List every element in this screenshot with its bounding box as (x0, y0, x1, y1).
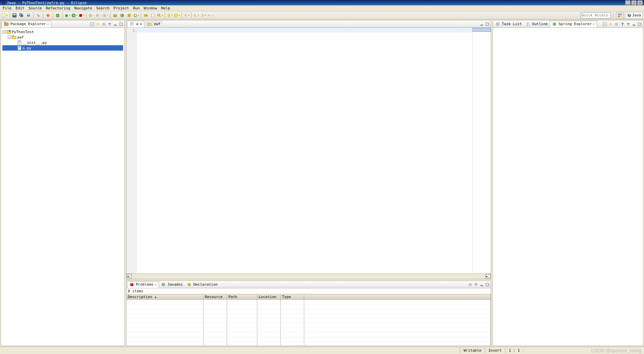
collapse-all-button[interactable] (602, 21, 607, 27)
back-button[interactable]: ▾ (193, 12, 200, 19)
col-path[interactable]: Path (227, 294, 257, 299)
menu-navigate[interactable]: Navigate (72, 5, 94, 11)
minimize-view-button[interactable] (631, 21, 637, 27)
table-row[interactable] (126, 328, 491, 333)
profile-button[interactable]: ▾ (95, 12, 102, 19)
outline-tab[interactable]: Outline (524, 21, 550, 27)
menu-search[interactable]: Search (94, 5, 112, 11)
table-row[interactable] (126, 314, 491, 318)
save-all-button[interactable] (18, 12, 25, 19)
spring-explorer-tab[interactable]: Spring Explorer ✕ (550, 21, 597, 27)
minimize-view-button[interactable] (479, 282, 484, 287)
task-list-tab[interactable]: Task List (493, 21, 524, 27)
table-row[interactable] (126, 342, 491, 346)
close-icon[interactable]: ✕ (593, 22, 595, 26)
menu-edit[interactable]: Edit (14, 5, 27, 11)
close-button[interactable]: ✕ (637, 0, 643, 5)
link-editor-button[interactable] (608, 21, 613, 27)
scroll-right-button[interactable]: ▸ (485, 274, 491, 279)
build-button[interactable] (45, 12, 51, 19)
last-edit-button[interactable]: ▾ (207, 12, 214, 19)
package-explorer-tab[interactable]: Package Explorer ✕ (2, 21, 51, 27)
close-icon[interactable]: ✕ (47, 22, 49, 26)
coverage-button[interactable]: ▾ (88, 12, 95, 19)
problems-tab[interactable]: ! Problems ✕ (127, 281, 159, 288)
forward-button[interactable]: ▾ (200, 12, 207, 19)
expand-toggle[interactable]: − (2, 30, 6, 34)
javadoc-tab[interactable]: @ Javadoc (159, 282, 185, 288)
table-row[interactable] (126, 318, 491, 323)
table-row[interactable] (126, 300, 491, 304)
editor-body[interactable]: 1 (126, 28, 491, 274)
open-task-button[interactable] (150, 12, 156, 19)
launch-button[interactable]: ▾ (102, 12, 109, 19)
menu-run[interactable]: Run (131, 5, 142, 11)
collapse-all-button[interactable] (90, 21, 95, 27)
overview-ruler[interactable] (472, 28, 491, 274)
toggle-mark-button[interactable]: ▾ (166, 12, 173, 19)
minimize-button[interactable]: _ (625, 0, 631, 5)
scroll-left-button[interactable]: ◂ (126, 274, 132, 279)
focus-button[interactable] (614, 21, 619, 27)
maximize-editor-button[interactable] (485, 21, 490, 27)
menu-refactoring[interactable]: Refactoring (44, 5, 72, 11)
pydev-button[interactable] (35, 12, 42, 19)
col-resource[interactable]: Resource (204, 294, 227, 299)
annotation-button[interactable]: ▾ (173, 12, 180, 19)
spring-explorer-content[interactable] (493, 28, 643, 346)
table-row[interactable] (126, 337, 491, 342)
refresh-button[interactable]: ▾ (133, 12, 140, 19)
new-button[interactable]: ▾ (1, 12, 8, 19)
print-button[interactable] (25, 12, 32, 19)
tree-file-a[interactable]: P a.py (2, 45, 123, 51)
tree-file-init[interactable]: P __init__.py (2, 40, 123, 45)
table-row[interactable] (126, 304, 491, 309)
new-class-button[interactable]: C (119, 12, 125, 19)
open-type-button[interactable] (143, 12, 149, 19)
problems-table[interactable]: Description ▴ Resource Path Location Typ… (126, 294, 491, 346)
maximize-view-button[interactable] (118, 21, 124, 27)
restore-button[interactable]: ❐ (631, 0, 637, 5)
package-tree[interactable]: − PyThonTest − zwf P __init__.py P a.py (1, 28, 124, 346)
java-perspective-button[interactable]: JJava (625, 12, 643, 19)
menu-source[interactable]: Source (26, 5, 44, 11)
view-menu-button[interactable]: ▽ (107, 21, 112, 27)
focus-button[interactable] (101, 21, 107, 27)
run-button[interactable]: ▾ (71, 12, 78, 19)
open-browser-button[interactable] (54, 12, 61, 19)
problems-header[interactable]: Description ▴ Resource Path Location Typ… (126, 294, 491, 300)
pin-button[interactable]: ▾ (183, 12, 190, 19)
external-tools-button[interactable]: ▾ (78, 12, 85, 19)
menu-project[interactable]: Project (111, 5, 131, 11)
debug-button[interactable]: ▾ (64, 12, 71, 19)
maximize-view-button[interactable] (637, 21, 642, 27)
maximize-view-button[interactable] (485, 282, 490, 287)
search-button[interactable]: ▾ (157, 12, 163, 19)
filter-button[interactable] (620, 21, 625, 27)
tree-folder[interactable]: − zwf (2, 35, 123, 40)
editor-tab-a[interactable]: P a ✕ (127, 21, 144, 27)
col-description[interactable]: Description ▴ (126, 294, 204, 299)
table-row[interactable] (126, 309, 491, 314)
close-icon[interactable]: ✕ (155, 283, 157, 286)
expand-toggle[interactable]: − (8, 36, 11, 39)
horizontal-scrollbar[interactable]: ◂ ▸ (126, 274, 491, 279)
save-button[interactable] (11, 12, 18, 19)
col-type[interactable]: Type (281, 294, 304, 299)
table-row[interactable] (126, 323, 491, 328)
link-editor-button[interactable] (95, 21, 101, 27)
quick-access-input[interactable] (581, 12, 611, 18)
editor-content[interactable] (137, 28, 491, 274)
menu-help[interactable]: Help (159, 5, 172, 11)
editor-tab-zwf[interactable]: zwf (145, 21, 163, 27)
minimize-editor-button[interactable] (479, 21, 484, 27)
view-menu-button[interactable]: ▽ (473, 282, 479, 287)
menu-window[interactable]: Window (142, 5, 159, 11)
menu-file[interactable]: File (1, 5, 14, 11)
table-row[interactable] (126, 333, 491, 337)
focus-button[interactable] (468, 282, 473, 287)
new-module-button[interactable] (126, 12, 132, 19)
minimize-view-button[interactable] (113, 21, 118, 27)
tree-project[interactable]: − PyThonTest (2, 29, 123, 35)
new-package-button[interactable] (112, 12, 118, 19)
